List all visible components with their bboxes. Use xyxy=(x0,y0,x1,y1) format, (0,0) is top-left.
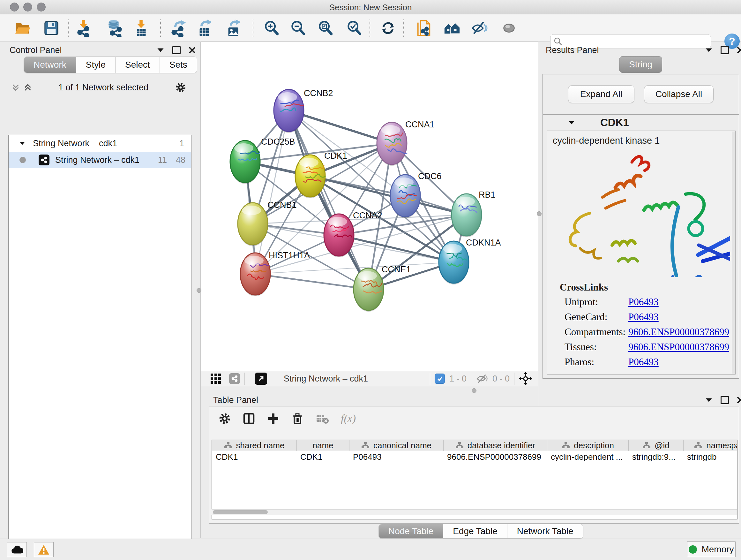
grid-view-icon[interactable] xyxy=(210,373,221,384)
export-network-icon[interactable] xyxy=(169,19,188,37)
cloud-status-button[interactable] xyxy=(7,542,27,557)
network-options-gear-icon[interactable] xyxy=(175,82,186,93)
string-import-file-icon[interactable] xyxy=(415,19,433,37)
results-scrollbar[interactable] xyxy=(732,132,735,374)
column-header-name[interactable]: name xyxy=(296,440,349,451)
warnings-button[interactable] xyxy=(34,542,54,557)
tab-edge-table[interactable]: Edge Table xyxy=(443,524,507,538)
table-cell[interactable]: CDK1 xyxy=(212,452,296,462)
show-graphics-details-icon[interactable] xyxy=(500,19,519,37)
network-node-RB1[interactable] xyxy=(452,194,482,237)
network-edge-CCNB2-CCNA1[interactable] xyxy=(289,111,392,143)
selected-checkbox-icon[interactable] xyxy=(434,374,445,384)
save-session-icon[interactable] xyxy=(42,19,61,37)
birdseye-share-icon[interactable] xyxy=(229,373,240,384)
function-builder-icon[interactable]: f(x) xyxy=(341,413,356,425)
import-network-from-file-icon[interactable] xyxy=(74,19,93,37)
export-table-icon[interactable] xyxy=(195,19,214,37)
table-cell[interactable]: stringdb:9... xyxy=(628,452,683,462)
panel-close-icon[interactable] xyxy=(737,47,741,53)
create-column-plus-icon[interactable] xyxy=(267,412,280,425)
table-cell[interactable]: P06493 xyxy=(349,452,443,462)
panel-float-icon[interactable] xyxy=(721,46,729,54)
column-header-database-identifier[interactable]: database identifier xyxy=(443,440,547,451)
network-row-selected[interactable]: String Network – cdk1 11 48 xyxy=(9,152,191,168)
collapse-all-icon[interactable] xyxy=(11,83,20,91)
hidden-eye-slash-icon[interactable] xyxy=(476,373,488,384)
panel-menu-icon[interactable] xyxy=(705,398,712,402)
show-columns-icon[interactable] xyxy=(243,412,255,425)
table-row[interactable]: CDK1CDK1P064939606.ENSP00000378699cyclin… xyxy=(212,451,737,462)
delete-table-icon[interactable] xyxy=(315,412,329,425)
crosslink-link[interactable]: 9606.ENSP00000378699 xyxy=(628,341,729,353)
table-horizontal-scrollbar[interactable] xyxy=(212,509,737,515)
expand-all-icon[interactable] xyxy=(23,83,32,91)
panel-menu-icon[interactable] xyxy=(157,48,164,52)
horizontal-splitter-handle[interactable] xyxy=(472,388,476,393)
network-node-CDC25B[interactable] xyxy=(230,140,260,184)
column-header-namespace[interactable]: namespace xyxy=(683,440,738,451)
tab-network[interactable]: Network xyxy=(24,57,76,73)
home-species-icon[interactable] xyxy=(443,19,461,37)
table-cell[interactable]: 9606.ENSP00000378699 xyxy=(443,452,547,462)
network-edge-CCNE1-HIST1H1A[interactable] xyxy=(255,274,368,289)
tab-select[interactable]: Select xyxy=(115,57,159,73)
tab-network-table[interactable]: Network Table xyxy=(507,524,583,538)
zoom-in-icon[interactable] xyxy=(262,19,281,37)
network-node-CCNA2[interactable] xyxy=(324,214,354,257)
crosslink-link[interactable]: P06493 xyxy=(628,296,659,308)
export-image-icon[interactable] xyxy=(224,19,243,37)
pan-crosshair-icon[interactable] xyxy=(519,372,532,385)
network-node-CCNB1[interactable] xyxy=(238,203,268,246)
network-node-HIST1H1A[interactable] xyxy=(240,253,270,296)
tab-style[interactable]: Style xyxy=(76,57,115,73)
column-header-canonical-name[interactable]: canonical name xyxy=(349,440,443,451)
table-cell[interactable]: stringdb xyxy=(683,452,738,462)
table-cell[interactable]: CDK1 xyxy=(296,452,349,462)
delete-column-trash-icon[interactable] xyxy=(291,412,304,425)
zoom-selected-icon[interactable] xyxy=(345,19,363,37)
network-node-CCNA1[interactable] xyxy=(377,122,407,166)
network-node-CDKN1A[interactable] xyxy=(439,241,469,285)
network-node-CDC6[interactable] xyxy=(390,175,420,218)
crosslink-link[interactable]: P06493 xyxy=(628,311,659,323)
network-node-CDK1[interactable] xyxy=(295,155,325,198)
detach-view-icon[interactable] xyxy=(255,373,267,385)
entry-expander-icon[interactable] xyxy=(568,121,575,125)
zoom-out-icon[interactable] xyxy=(289,19,307,37)
expand-all-button[interactable]: Expand All xyxy=(568,85,634,103)
network-edge-CDK1-RB1[interactable] xyxy=(310,176,467,215)
network-node-CCNE1[interactable] xyxy=(354,268,384,312)
network-edge-CCNB2-CCNE1[interactable] xyxy=(289,111,368,289)
zoom-fit-icon[interactable] xyxy=(316,19,335,37)
network-collection-row[interactable]: String Network – cdk1 1 xyxy=(9,135,191,152)
table-options-gear-icon[interactable] xyxy=(218,412,231,425)
panel-close-icon[interactable] xyxy=(189,47,195,53)
network-node-CCNB2[interactable] xyxy=(274,89,304,133)
column-header-shared-name[interactable]: shared name xyxy=(212,440,296,451)
hide-glass-effect-icon[interactable] xyxy=(470,19,488,37)
import-table-from-file-icon[interactable] xyxy=(132,19,151,37)
tree-expander-icon[interactable] xyxy=(19,141,25,145)
table-cell[interactable]: cyclin-dependent ... xyxy=(547,452,628,462)
open-session-icon[interactable] xyxy=(13,19,32,37)
entry-header[interactable]: CDK1 xyxy=(543,115,739,131)
panel-menu-icon[interactable] xyxy=(705,48,712,52)
tab-node-table[interactable]: Node Table xyxy=(379,524,443,538)
left-splitter-handle[interactable] xyxy=(197,288,201,293)
refresh-icon[interactable] xyxy=(379,19,397,37)
panel-float-icon[interactable] xyxy=(172,46,181,54)
panel-float-icon[interactable] xyxy=(721,396,729,404)
collapse-all-button[interactable]: Collapse All xyxy=(644,85,714,103)
column-header-description[interactable]: description xyxy=(547,440,628,451)
column-header-id[interactable]: @id xyxy=(628,440,683,451)
network-canvas[interactable]: CCNB2CCNA1CDC25BCDK1CDC6RB1CCNB1CCNA2HIS… xyxy=(201,42,538,371)
panel-close-icon[interactable] xyxy=(737,397,741,403)
crosslink-link[interactable]: 9606.ENSP00000378699 xyxy=(628,326,729,338)
import-network-from-database-icon[interactable] xyxy=(106,19,124,37)
tab-sets[interactable]: Sets xyxy=(159,57,197,73)
tab-string[interactable]: String xyxy=(619,56,662,73)
scrollbar-thumb[interactable] xyxy=(213,510,268,514)
memory-button[interactable]: Memory xyxy=(687,542,736,557)
crosslink-link[interactable]: P06493 xyxy=(628,356,659,368)
